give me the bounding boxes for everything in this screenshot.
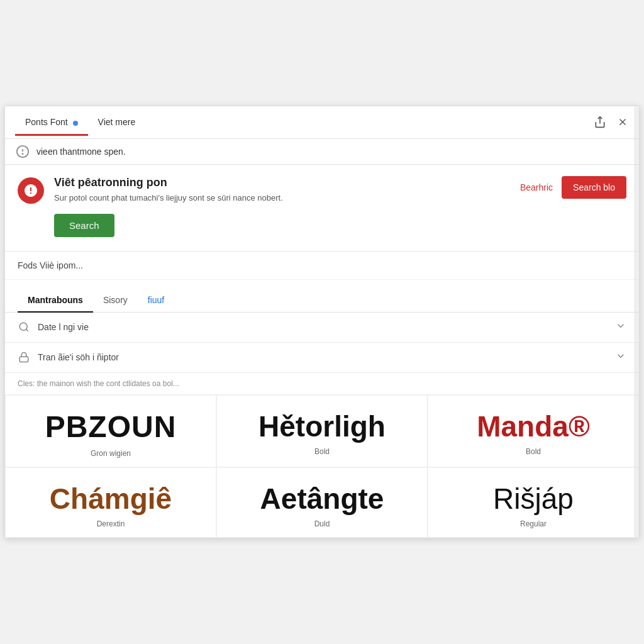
notification-icon: [18, 177, 44, 204]
font-card[interactable]: RišjápRegular: [428, 467, 639, 538]
lock-filter-icon: [18, 351, 30, 364]
notification-banner: Viêt pêatronning pon Sur potol count pha…: [5, 165, 639, 252]
svg-rect-8: [19, 357, 28, 362]
svg-point-6: [19, 323, 27, 331]
tab-viet-mere[interactable]: Viet mere: [88, 108, 146, 136]
font-preview: Hětorligh: [258, 411, 386, 443]
font-preview: Rišjáp: [493, 483, 574, 515]
font-name: Regular: [520, 519, 547, 528]
action-button[interactable]: Search: [54, 214, 114, 237]
scrollbar[interactable]: [634, 106, 639, 538]
font-preview: Chámgiê: [50, 483, 172, 515]
learn-more-button[interactable]: Bearhric: [520, 182, 553, 192]
chevron-down-icon: [615, 320, 626, 335]
font-preview: Manda®: [477, 411, 590, 443]
title-bar: Ponts Font Viet mere: [5, 106, 639, 139]
notification-content: Viêt pêatronning pon Sur potol count pha…: [54, 176, 510, 237]
filter-date[interactable]: Date l ngi vie: [5, 313, 639, 343]
tab-ponts-font[interactable]: Ponts Font: [15, 108, 88, 136]
title-bar-actions: [594, 116, 629, 128]
tab-mantrabouns[interactable]: Mantrabouns: [18, 289, 93, 313]
font-grid: PBZOUNGron wigienHětorlighBoldManda®Bold…: [5, 395, 639, 538]
font-name: Bold: [314, 447, 330, 456]
tab1-label: Ponts Font: [25, 117, 68, 127]
content-tabs: Mantrabouns Sisory fiuuf: [5, 280, 639, 313]
tab-sisory[interactable]: Sisory: [93, 289, 138, 313]
search-filter-icon: [18, 321, 30, 333]
font-preview: PBZOUN: [45, 411, 177, 444]
filter-date-label: Date l ngi vie: [38, 322, 615, 332]
fonts-label: Fods Viiè ipom...: [5, 252, 639, 280]
font-name: Duld: [314, 519, 330, 528]
tab-dot: [73, 121, 78, 126]
search-circle-icon: [15, 144, 30, 159]
notification-title: Viêt pêatronning pon: [54, 176, 510, 189]
tab2-label: Viet mere: [98, 117, 136, 127]
font-name: Bold: [526, 447, 541, 456]
search-blo-button[interactable]: Search blo: [562, 176, 626, 199]
chevron-down-icon-2: [615, 350, 626, 365]
notification-actions: Bearhric Search blo: [520, 176, 626, 199]
font-card[interactable]: PBZOUNGron wigien: [5, 395, 216, 467]
font-preview: Aetângte: [260, 483, 384, 515]
close-icon[interactable]: [616, 116, 629, 128]
font-card[interactable]: HětorlighBold: [216, 395, 428, 467]
filter-tran[interactable]: Tran ãie'i söh i ñiptor: [5, 343, 639, 373]
font-name: Gron wigien: [91, 449, 131, 458]
font-card[interactable]: ChámgiêDerextin: [5, 467, 216, 538]
tab-fiuuf[interactable]: fiuuf: [138, 289, 174, 313]
font-card[interactable]: AetângteDuld: [216, 467, 428, 538]
hint-text: Cles: the mainon wish the cont ctlidates…: [5, 373, 639, 395]
filter-tran-label: Tran ãie'i söh i ñiptor: [38, 352, 615, 362]
svg-line-7: [26, 330, 28, 331]
font-card[interactable]: Manda®Bold: [428, 395, 639, 467]
notification-description: Sur potol count phat tumachi's liejjuy s…: [54, 193, 510, 203]
share-icon[interactable]: [594, 116, 606, 128]
search-input[interactable]: vieen thantmone spen.: [36, 147, 629, 157]
search-bar: vieen thantmone spen.: [5, 139, 639, 165]
font-name: Derextin: [97, 519, 125, 528]
